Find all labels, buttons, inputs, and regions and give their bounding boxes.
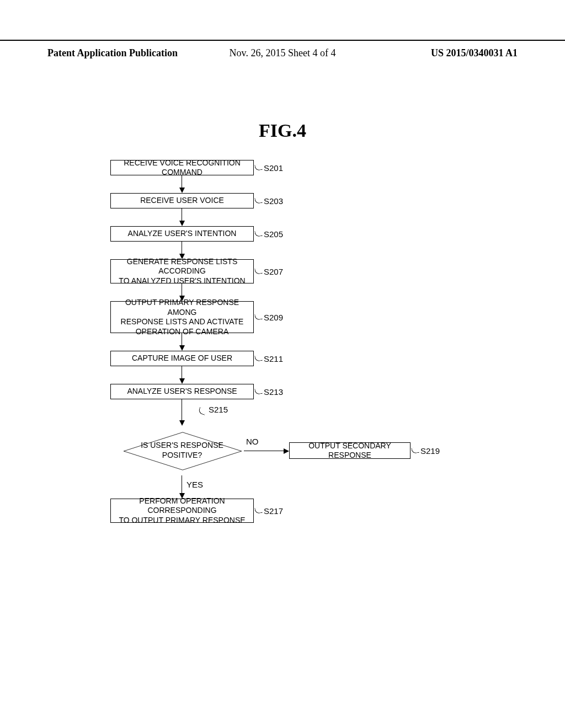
arrow-s209-s211-head (179, 345, 185, 351)
step-s203-box: RECEIVE USER VOICE (110, 193, 254, 208)
label-s219: S219 (420, 446, 440, 456)
leader-s215 (198, 407, 207, 415)
arrow-no-line (244, 451, 285, 451)
header-row: Patent Application Publication Nov. 26, … (0, 47, 565, 59)
arrow-s211-s213-line (182, 366, 182, 379)
arrow-s211-s213-head (179, 378, 185, 384)
arrow-s201-s203-head (179, 188, 185, 193)
step-s209-box: OUTPUT PRIMARY RESPONSE AMONG RESPONSE L… (110, 301, 254, 333)
decision-yes-label: YES (186, 480, 203, 489)
label-s213: S213 (264, 387, 283, 397)
leader-s201 (254, 164, 263, 171)
label-s215: S215 (209, 405, 228, 414)
leader-s203 (254, 197, 263, 204)
leader-s217 (254, 507, 263, 514)
top-rule (0, 40, 565, 41)
leader-s207 (254, 267, 263, 275)
decision-s215: IS USER'S RESPONSE POSITIVE? (99, 426, 265, 475)
arrow-s209-s211-line (182, 333, 182, 346)
leader-s205 (254, 230, 263, 237)
label-s209: S209 (264, 313, 283, 322)
arrow-s205-s207-line (182, 242, 182, 255)
leader-s211 (254, 355, 263, 362)
arrow-s203-s205-head (179, 221, 185, 226)
arrow-s207-s209-line (182, 283, 182, 297)
label-s201: S201 (264, 163, 283, 173)
leader-s213 (254, 388, 263, 395)
leader-s219 (411, 447, 419, 454)
step-s201-box: RECEIVE VOICE RECOGNITION COMMAND (110, 160, 254, 175)
header-left: Patent Application Publication (47, 47, 178, 59)
label-s217: S217 (264, 506, 283, 516)
decision-s215-text: IS USER'S RESPONSE POSITIVE? (99, 441, 265, 460)
page-root: Patent Application Publication Nov. 26, … (0, 0, 565, 728)
arrow-s213-s215-line (182, 399, 182, 421)
label-s207: S207 (264, 267, 283, 276)
arrow-yes-line (182, 475, 182, 494)
arrow-no-head (284, 448, 289, 454)
header-center: Nov. 26, 2015 Sheet 4 of 4 (230, 47, 336, 59)
step-s211-box: CAPTURE IMAGE OF USER (110, 351, 254, 366)
decision-no-label: NO (246, 437, 259, 446)
arrow-s203-s205-line (182, 208, 182, 222)
arrow-s201-s203-line (182, 175, 182, 189)
step-s217-box: PERFORM OPERATION CORRESPONDING TO OUTPU… (110, 499, 254, 523)
leader-s209 (254, 313, 263, 320)
label-s211: S211 (264, 354, 283, 363)
label-s203: S203 (264, 196, 283, 206)
header-right: US 2015/0340031 A1 (431, 47, 518, 59)
label-s205: S205 (264, 229, 283, 239)
step-s205-box: ANALYZE USER'S INTENTION (110, 226, 254, 242)
step-s219-box: OUTPUT SECONDARY RESPONSE (289, 442, 411, 459)
step-s213-box: ANALYZE USER'S RESPONSE (110, 384, 254, 399)
figure-title: FIG.4 (259, 120, 306, 141)
step-s207-box: GENERATE RESPONSE LISTS ACCORDING TO ANA… (110, 259, 254, 283)
arrow-s213-s215-head (179, 420, 185, 426)
